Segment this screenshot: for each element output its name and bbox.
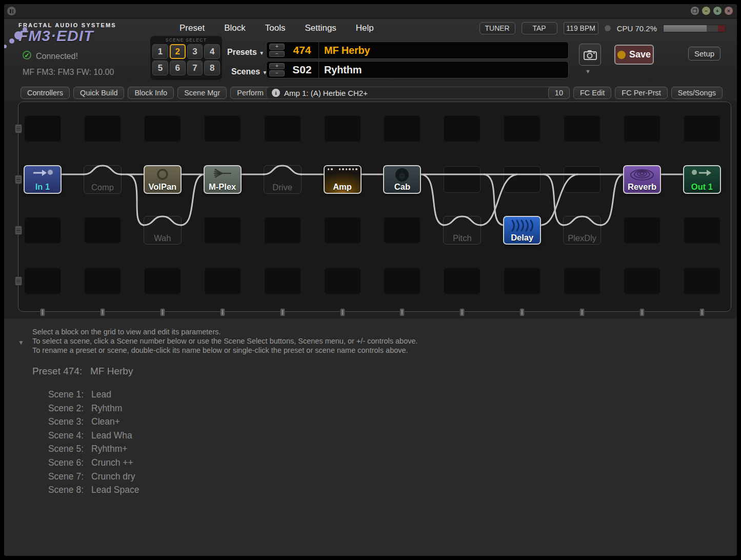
scene-list-name[interactable]: Lead Space [91, 483, 139, 497]
setup-button[interactable]: Setup [688, 47, 720, 61]
tab-block-info[interactable]: Block Info [128, 87, 174, 99]
scene-button-4[interactable]: 4 [204, 44, 220, 59]
tab-scene-mgr[interactable]: Scene Mgr [177, 87, 227, 99]
grid-block-in-1[interactable]: In 1 [24, 165, 62, 194]
grid-block-out-1[interactable]: Out 1 [683, 165, 721, 194]
grid-slot-r3c1[interactable] [24, 217, 61, 244]
preset-name-field[interactable]: + − 474 MF Herby [266, 42, 569, 59]
grid-slot-r1c12[interactable] [684, 115, 720, 142]
restore-window-button[interactable]: ❐ [691, 7, 699, 15]
scene-list-name[interactable]: Lead Wha [91, 429, 132, 443]
scene-name-field[interactable]: + − S02 Ryhthm [266, 61, 569, 78]
grid-block-cab[interactable]: Cab [383, 165, 421, 194]
grid-slot-r4c11[interactable] [624, 268, 660, 294]
scenes-dropdown[interactable]: Scenes ▼ [231, 67, 267, 76]
grid-slot-r3c6[interactable] [324, 217, 361, 244]
grid-slot-r1c5[interactable] [264, 115, 301, 142]
grid-slot-r1c4[interactable] [204, 115, 241, 142]
grid-slot-r4c1[interactable] [24, 268, 61, 294]
scene-list-row-4[interactable]: Scene 4:Lead Wha [32, 429, 139, 443]
column-connector-handle[interactable] [459, 308, 465, 316]
grid-slot-r2c10[interactable] [564, 166, 600, 193]
grid-slot-r1c10[interactable] [564, 115, 600, 142]
column-connector-handle[interactable] [639, 308, 645, 316]
scene-stepper[interactable]: + − [269, 63, 285, 76]
column-connector-handle[interactable] [519, 308, 525, 316]
tab-perform[interactable]: Perform [230, 87, 270, 99]
grid-block-delay[interactable]: Delay [503, 216, 541, 245]
scene-button-7[interactable]: 7 [187, 61, 203, 75]
column-connector-handle[interactable] [399, 308, 405, 316]
menu-item-settings[interactable]: Settings [305, 23, 336, 33]
preset-summary-name[interactable]: MF Herby [90, 366, 133, 377]
scene-list-row-1[interactable]: Scene 1:Lead [32, 388, 139, 402]
grid-slot-r2c9[interactable] [504, 166, 540, 193]
preset-number[interactable]: 474 [289, 44, 315, 56]
grid-slot-r3c12[interactable] [684, 217, 720, 244]
scene-list-name[interactable]: Crunch ++ [91, 456, 133, 470]
scene-list-name[interactable]: Clean+ [91, 415, 120, 429]
scene-list-row-5[interactable]: Scene 5:Ryhthm+ [32, 442, 139, 456]
column-connector-handle[interactable] [280, 308, 285, 316]
tab-controllers[interactable]: Controllers [21, 87, 70, 99]
scene-button-2[interactable]: 2 [170, 44, 186, 59]
grid-slot-r4c12[interactable] [684, 268, 720, 294]
save-button[interactable]: Save [614, 45, 654, 65]
grid-slot-r3c5[interactable] [264, 217, 301, 244]
scene-list-name[interactable]: Ryhthm+ [91, 442, 128, 456]
grid-slot-r1c8[interactable] [444, 115, 480, 142]
grid-slot-r1c3[interactable] [144, 115, 181, 142]
maximize-window-button[interactable]: + [713, 7, 722, 15]
grid-slot-r3c11[interactable] [624, 217, 660, 244]
camera-dropdown-arrow-icon[interactable]: ▼ [585, 68, 591, 74]
column-connector-handle[interactable] [160, 308, 165, 316]
tab-quick-build[interactable]: Quick Build [73, 87, 124, 99]
row-connector-handle[interactable] [15, 124, 22, 133]
grid-block-comp[interactable]: Comp [84, 165, 122, 194]
scene-number[interactable]: S02 [289, 64, 315, 76]
row-connector-handle[interactable] [15, 226, 22, 235]
menu-item-preset[interactable]: Preset [179, 23, 205, 33]
preset-decrement-button[interactable]: − [269, 51, 285, 57]
grid-slot-r2c8[interactable] [444, 166, 480, 193]
close-window-button[interactable]: × [725, 7, 733, 15]
scene-list-name[interactable]: Ryhthm [91, 402, 122, 415]
scene-button-1[interactable]: 1 [152, 44, 168, 59]
grid-slot-r1c1[interactable] [24, 115, 61, 142]
scene-name[interactable]: Ryhthm [324, 64, 362, 76]
tab-fc-per-prst[interactable]: FC Per-Prst [615, 87, 668, 99]
scene-button-5[interactable]: 5 [152, 61, 168, 75]
scene-list-row-3[interactable]: Scene 3:Clean+ [32, 415, 139, 429]
grid-slot-r3c2[interactable] [84, 217, 121, 244]
column-connector-handle[interactable] [220, 308, 225, 316]
grid-slot-r4c7[interactable] [384, 268, 420, 294]
scene-button-6[interactable]: 6 [170, 61, 186, 75]
presets-dropdown[interactable]: Presets ▼ [227, 48, 264, 57]
grid-slot-r1c9[interactable] [504, 115, 540, 142]
scene-list-row-7[interactable]: Scene 7:Crunch dry [32, 470, 139, 484]
column-connector-handle[interactable] [699, 308, 705, 316]
grid-slot-r4c4[interactable] [204, 268, 241, 294]
column-connector-handle[interactable] [40, 308, 45, 316]
menu-item-tools[interactable]: Tools [265, 23, 286, 33]
grid-block-amp[interactable]: Amp [324, 165, 362, 194]
grid-slot-r3c4[interactable] [204, 217, 241, 244]
grid-slot-r3c7[interactable] [384, 217, 420, 244]
grid-slot-r1c2[interactable] [84, 115, 121, 142]
routing-grid[interactable]: In 1CompVolPanM-PlexDriveAmpCabReverbOut… [18, 102, 731, 312]
scene-list-row-2[interactable]: Scene 2:Ryhthm [32, 402, 139, 415]
preset-increment-button[interactable]: + [269, 44, 285, 50]
grid-block-reverb[interactable]: Reverb [623, 165, 661, 194]
grid-slot-r4c5[interactable] [264, 268, 301, 294]
column-connector-handle[interactable] [579, 308, 585, 316]
grid-slot-r4c2[interactable] [84, 268, 121, 294]
grid-block-pitch[interactable]: Pitch [443, 216, 481, 245]
preset-summary-line[interactable]: Preset 474: MF Herby [32, 366, 133, 377]
grid-slot-r1c7[interactable] [384, 115, 420, 142]
preset-stepper[interactable]: + − [269, 44, 285, 57]
row-connector-handle[interactable] [15, 175, 22, 184]
column-connector-handle[interactable] [100, 308, 105, 316]
scene-decrement-button[interactable]: − [269, 70, 285, 76]
grid-slot-r4c10[interactable] [564, 268, 600, 294]
collapse-arrow-icon[interactable]: ▼ [18, 339, 24, 346]
